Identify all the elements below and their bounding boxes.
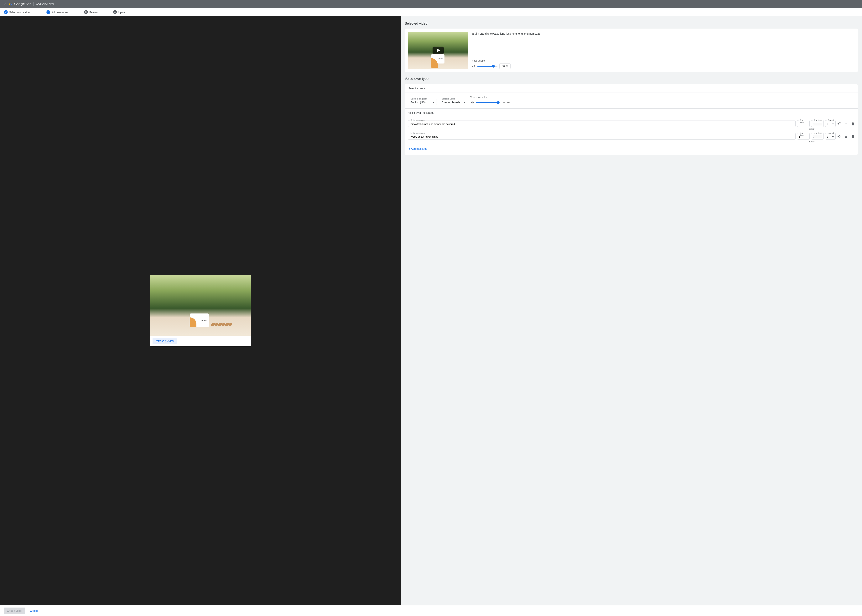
almonds-decor xyxy=(211,323,234,328)
video-volume-label: Video volume xyxy=(471,60,855,62)
settings-pane: Selected video cBalm cBalm brand showcas… xyxy=(401,16,862,605)
volume-icon xyxy=(471,64,475,68)
app-header: Google Ads Add voice-over xyxy=(0,0,862,8)
video-volume-input[interactable]: 80 % xyxy=(500,63,511,69)
speed-select[interactable]: Speed 1 xyxy=(825,133,835,140)
delete-icon[interactable] xyxy=(851,135,855,138)
field-label: Enter message xyxy=(410,132,425,134)
voice-select[interactable]: Select a voice Creator Female xyxy=(439,99,468,105)
google-ads-logo-icon xyxy=(8,2,12,6)
select-voice-header: Select a voice xyxy=(405,84,858,93)
voiceover-volume-input[interactable]: 100 % xyxy=(500,100,511,105)
step-add-voiceover[interactable]: 2 Add voice-over xyxy=(46,10,69,14)
voiceover-volume-slider[interactable] xyxy=(476,102,498,103)
play-button[interactable] xyxy=(433,47,444,54)
preview-voice-icon[interactable] xyxy=(837,135,841,138)
footer-bar: Create video Cancel xyxy=(0,605,862,616)
video-volume-slider[interactable] xyxy=(477,66,498,67)
end-time-input: End time xyxy=(811,120,824,127)
step-number: 4 xyxy=(113,10,117,14)
preview-video-frame: cBalm xyxy=(150,275,251,336)
field-label: Select a language xyxy=(410,97,428,100)
language-select[interactable]: Select a language English (US) xyxy=(408,99,437,105)
message-row: Enter message Start time End time Speed … xyxy=(408,120,855,127)
field-label: Start time xyxy=(799,119,809,124)
field-label: Speed xyxy=(827,119,835,121)
preview-card: cBalm Refresh preview xyxy=(150,275,251,346)
char-counter: 20/50 xyxy=(408,140,815,143)
volume-icon xyxy=(470,101,474,104)
chevron-down-icon xyxy=(463,102,465,103)
step-select-source[interactable]: Select source video xyxy=(4,10,31,14)
step-upload[interactable]: 4 Upload xyxy=(113,10,126,14)
message-input[interactable]: Enter message xyxy=(408,133,796,140)
video-name: cBalm brand showcase long long long long… xyxy=(471,32,855,36)
product-jar: cBalm xyxy=(190,313,209,327)
step-label: Add voice-over xyxy=(52,11,69,14)
voiceover-volume-label: Voice-over volume xyxy=(470,96,855,99)
speed-select[interactable]: Speed 1 xyxy=(825,120,835,127)
close-icon[interactable] xyxy=(2,2,7,6)
download-icon[interactable] xyxy=(844,122,848,126)
field-label: End time xyxy=(813,132,823,134)
delete-icon[interactable] xyxy=(851,122,855,126)
message-row: Enter message Start time End time Speed … xyxy=(408,133,855,140)
svg-point-0 xyxy=(9,5,9,5)
field-label: Speed xyxy=(827,132,835,134)
download-icon[interactable] xyxy=(844,135,848,138)
voiceover-type-title: Voice-over type xyxy=(405,77,858,81)
field-label: Start time xyxy=(799,132,809,137)
product-jar: cBalm xyxy=(431,54,444,63)
end-time-input: End time xyxy=(811,133,824,140)
chevron-down-icon xyxy=(832,136,834,137)
voiceover-card: Select a voice Select a language English… xyxy=(405,84,858,155)
create-video-button[interactable]: Create video xyxy=(4,608,25,614)
step-number: 3 xyxy=(84,10,88,14)
start-time-input[interactable]: Start time xyxy=(797,120,810,127)
step-label: Upload xyxy=(118,11,126,14)
field-label: End time xyxy=(813,119,823,121)
preview-voice-icon[interactable] xyxy=(837,122,841,126)
chevron-down-icon xyxy=(832,124,834,124)
add-message-button[interactable]: + Add message xyxy=(408,146,855,152)
refresh-preview-button[interactable]: Refresh preview xyxy=(153,338,176,344)
main-split: cBalm Refresh preview Selected video cBa… xyxy=(0,16,862,605)
message-input[interactable]: Enter message xyxy=(408,120,796,127)
header-divider xyxy=(33,2,34,6)
step-label: Review xyxy=(89,11,98,14)
chevron-down-icon xyxy=(432,102,434,103)
brand-name: Google Ads xyxy=(14,2,31,6)
char-counter: 35/50 xyxy=(408,127,815,130)
step-label: Select source video xyxy=(9,11,31,14)
selected-video-card: cBalm cBalm brand showcase long long lon… xyxy=(405,29,858,72)
messages-header: Voice-over messages xyxy=(405,108,858,117)
cancel-button[interactable]: Cancel xyxy=(30,609,38,612)
selected-video-title: Selected video xyxy=(405,22,858,25)
page-title: Add voice-over xyxy=(36,3,54,6)
check-icon xyxy=(4,10,8,14)
step-number: 2 xyxy=(46,10,50,14)
jar-label: cBalm xyxy=(200,319,206,322)
field-label: Select a voice xyxy=(441,97,455,100)
video-thumbnail: cBalm xyxy=(408,32,468,69)
step-review[interactable]: 3 Review xyxy=(84,10,98,14)
start-time-input[interactable]: Start time xyxy=(797,133,810,140)
field-label: Enter message xyxy=(410,119,425,121)
preview-pane: cBalm Refresh preview xyxy=(0,16,401,605)
stepper: Select source video 2 Add voice-over 3 R… xyxy=(0,8,862,16)
